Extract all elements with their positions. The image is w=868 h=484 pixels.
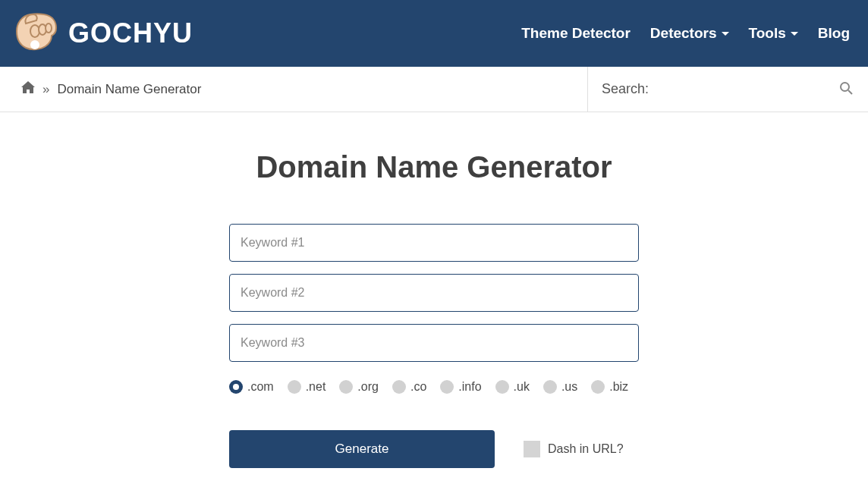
svg-line-5 [848, 90, 852, 94]
keyword-3-input[interactable] [229, 324, 639, 362]
svg-point-3 [30, 40, 39, 49]
svg-point-2 [46, 24, 52, 33]
nav-label: Blog [818, 25, 850, 42]
nav-label: Tools [749, 25, 786, 42]
nav-label: Theme Detector [521, 25, 631, 42]
generate-button[interactable]: Generate [229, 430, 495, 468]
radio-icon [543, 380, 557, 394]
radio-icon [440, 380, 454, 394]
nav-blog[interactable]: Blog [818, 25, 850, 42]
search-label: Search: [602, 81, 839, 97]
nav-theme-detector[interactable]: Theme Detector [521, 25, 631, 42]
radio-icon [495, 380, 509, 394]
checkbox-icon [524, 441, 540, 457]
tld-radio-org[interactable]: .org [339, 380, 379, 394]
tld-radio-co[interactable]: .co [392, 380, 426, 394]
radio-label: .biz [609, 380, 628, 394]
page-title: Domain Name Generator [108, 150, 760, 184]
keyword-2-input[interactable] [229, 274, 639, 312]
nav-links: Theme Detector Detectors Tools Blog [521, 25, 850, 42]
action-row: Generate Dash in URL? [229, 430, 639, 468]
radio-label: .org [357, 380, 379, 394]
radio-label: .us [561, 380, 577, 394]
navbar: GOCHYU Theme Detector Detectors Tools Bl… [0, 0, 868, 67]
checkbox-label: Dash in URL? [548, 442, 624, 456]
nav-label: Detectors [650, 25, 717, 42]
breadcrumb-separator: » [42, 82, 49, 97]
search-box[interactable]: Search: [587, 67, 868, 112]
breadcrumb: » Domain Name Generator [0, 67, 587, 112]
generator-form: .com .net .org .co .info .uk [229, 224, 639, 468]
radio-label: .info [458, 380, 481, 394]
chevron-down-icon [722, 32, 729, 36]
tld-radio-group: .com .net .org .co .info .uk [229, 380, 639, 394]
radio-label: .net [306, 380, 326, 394]
radio-icon [392, 380, 406, 394]
home-icon[interactable] [21, 81, 35, 97]
breadcrumb-current: Domain Name Generator [57, 82, 201, 97]
subheader: » Domain Name Generator Search: [0, 67, 868, 112]
tld-radio-com[interactable]: .com [229, 380, 274, 394]
search-icon[interactable] [839, 81, 853, 98]
svg-point-4 [841, 83, 849, 91]
radio-label: .co [410, 380, 426, 394]
tld-radio-us[interactable]: .us [543, 380, 577, 394]
radio-icon [229, 380, 243, 394]
tld-radio-biz[interactable]: .biz [591, 380, 628, 394]
radio-icon [339, 380, 353, 394]
tld-radio-info[interactable]: .info [440, 380, 481, 394]
main-content: Domain Name Generator .com .net .org .co [93, 112, 775, 484]
brand-logo[interactable]: GOCHYU [9, 8, 193, 58]
nav-tools[interactable]: Tools [749, 25, 798, 42]
pointing-hand-icon [9, 8, 64, 58]
radio-label: .com [247, 380, 274, 394]
nav-detectors[interactable]: Detectors [650, 25, 729, 42]
tld-radio-uk[interactable]: .uk [495, 380, 530, 394]
radio-icon [288, 380, 301, 394]
chevron-down-icon [791, 32, 798, 36]
radio-icon [591, 380, 605, 394]
dash-checkbox-item[interactable]: Dash in URL? [524, 441, 624, 457]
keyword-1-input[interactable] [229, 224, 639, 262]
brand-name: GOCHYU [68, 17, 193, 49]
radio-label: .uk [514, 380, 530, 394]
tld-radio-net[interactable]: .net [288, 380, 326, 394]
